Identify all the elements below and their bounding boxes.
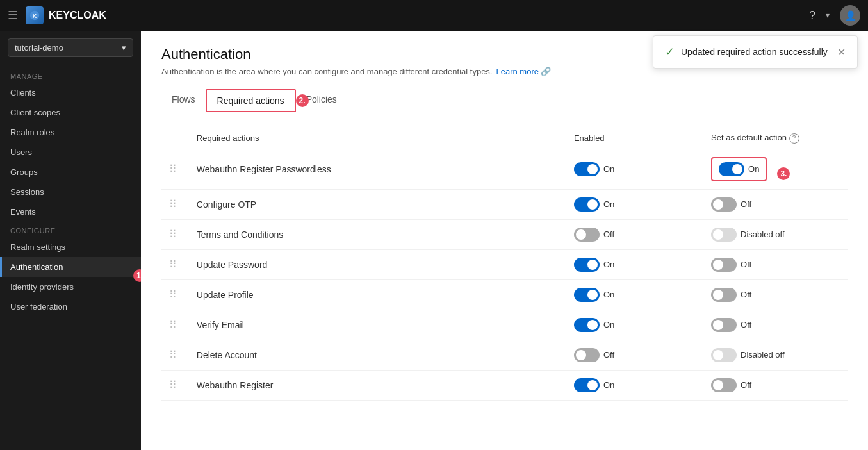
toast-close-button[interactable]: ✕: [837, 46, 846, 58]
drag-handle[interactable]: ⠿: [169, 199, 177, 210]
enabled-toggle-wrapper: On: [574, 378, 696, 392]
drag-handle[interactable]: ⠿: [169, 349, 177, 360]
keycloak-logo-icon: K: [26, 6, 44, 24]
realm-name: tutorial-demo: [15, 43, 63, 53]
enabled-toggle[interactable]: [574, 228, 600, 242]
sidebar: tutorial-demo ▾ Manage Clients Client sc…: [0, 31, 141, 450]
default-label: Off: [741, 320, 751, 329]
default-toggle-wrapper: Off: [711, 288, 840, 302]
sidebar-item-user-federation[interactable]: User federation: [0, 297, 141, 317]
required-actions-table: Required actions Enabled Set as default …: [161, 128, 848, 401]
step-3-badge: 3.: [777, 167, 790, 180]
brand-logo: K KEYCLOAK: [26, 6, 106, 24]
drag-handle[interactable]: ⠿: [169, 163, 177, 174]
sidebar-label-identity-providers: Identity providers: [10, 282, 74, 292]
enabled-toggle-wrapper: On: [574, 258, 696, 272]
sidebar-item-authentication[interactable]: Authentication 1.: [0, 257, 141, 277]
realm-dropdown-arrow: ▾: [122, 43, 126, 53]
hamburger-icon[interactable]: ☰: [8, 8, 18, 22]
enabled-label: On: [603, 290, 614, 299]
default-label: Off: [741, 260, 751, 269]
default-toggle[interactable]: [711, 288, 737, 302]
col-header-default: Set as default action ?: [703, 128, 848, 149]
enabled-toggle[interactable]: [574, 378, 600, 392]
toast-notification: ✓ Updated required action successfully ✕: [653, 35, 858, 69]
avatar[interactable]: 👤: [840, 5, 860, 26]
drag-handle[interactable]: ⠿: [169, 229, 177, 240]
tab-flows[interactable]: Flows: [161, 89, 206, 112]
app-layout: tutorial-demo ▾ Manage Clients Client sc…: [0, 31, 868, 450]
sidebar-label-sessions: Sessions: [10, 187, 44, 197]
sidebar-label-users: Users: [10, 147, 32, 157]
external-link-icon: 🔗: [541, 67, 551, 76]
toast-success-icon: ✓: [665, 45, 675, 59]
default-toggle[interactable]: [711, 318, 737, 332]
default-toggle[interactable]: [711, 197, 737, 212]
enabled-toggle[interactable]: [574, 318, 600, 332]
default-toggle-wrapper: Off: [711, 318, 840, 332]
enabled-toggle-wrapper: On: [574, 318, 696, 332]
sidebar-label-realm-settings: Realm settings: [10, 242, 65, 252]
enabled-toggle-wrapper: Off: [574, 228, 696, 242]
sidebar-label-realm-roles: Realm roles: [10, 128, 54, 137]
enabled-label: On: [603, 380, 614, 390]
sidebar-item-client-scopes[interactable]: Client scopes: [0, 103, 141, 122]
sidebar-item-users[interactable]: Users: [0, 142, 141, 162]
enabled-label: On: [603, 199, 614, 209]
sidebar-item-groups[interactable]: Groups: [0, 162, 141, 182]
sidebar-item-clients[interactable]: Clients: [0, 83, 141, 103]
enabled-toggle[interactable]: [574, 348, 600, 362]
sidebar-label-client-scopes: Client scopes: [10, 108, 60, 117]
table-row: ⠿Verify EmailOnOff: [161, 310, 848, 340]
drag-handle[interactable]: ⠿: [169, 319, 177, 330]
default-label: Off: [741, 380, 751, 390]
navbar: ☰ K KEYCLOAK ? ▾ 👤: [0, 0, 868, 31]
default-toggle-wrapper: Off: [711, 378, 840, 392]
default-label: Off: [741, 290, 751, 299]
svg-text:K: K: [33, 13, 37, 19]
default-toggle[interactable]: [719, 162, 744, 176]
table-row: ⠿Webauthn RegisterOnOff: [161, 370, 848, 400]
help-button[interactable]: ?: [809, 9, 815, 22]
tab-required-actions[interactable]: Required actions 2.: [206, 89, 296, 112]
brand-name: KEYCLOAK: [49, 10, 106, 21]
sidebar-item-identity-providers[interactable]: Identity providers: [0, 277, 141, 297]
drag-handle[interactable]: ⠿: [169, 379, 177, 390]
table-row: ⠿Update PasswordOnOff: [161, 249, 848, 279]
default-toggle-wrapper: Disabled off: [711, 228, 840, 242]
manage-section-label: Manage: [0, 67, 141, 83]
col-header-enabled: Enabled: [566, 128, 703, 149]
default-toggle-wrapper: Disabled off: [711, 348, 840, 362]
enabled-toggle[interactable]: [574, 162, 600, 176]
action-name: Update Profile: [189, 279, 566, 310]
drag-handle[interactable]: ⠿: [169, 259, 177, 270]
sidebar-item-realm-roles[interactable]: Realm roles: [0, 122, 141, 142]
realm-selector[interactable]: tutorial-demo ▾: [8, 38, 133, 57]
sidebar-item-events[interactable]: Events: [0, 202, 141, 222]
enabled-toggle[interactable]: [574, 258, 600, 272]
sidebar-item-realm-settings[interactable]: Realm settings: [0, 237, 141, 257]
action-name: Configure OTP: [189, 189, 566, 219]
table-row: ⠿Delete AccountOffDisabled off: [161, 340, 848, 370]
navbar-dropdown-arrow[interactable]: ▾: [826, 11, 830, 20]
sidebar-item-sessions[interactable]: Sessions: [0, 182, 141, 202]
drag-handle[interactable]: ⠿: [169, 289, 177, 300]
enabled-label: On: [603, 320, 614, 329]
default-label: Disabled off: [741, 229, 784, 239]
sidebar-label-authentication: Authentication: [10, 262, 63, 272]
default-action-help-icon[interactable]: ?: [789, 133, 799, 144]
default-toggle[interactable]: [711, 258, 737, 272]
table-row: ⠿Update ProfileOnOff: [161, 279, 848, 310]
enabled-toggle[interactable]: [574, 197, 600, 212]
enabled-toggle[interactable]: [574, 288, 600, 302]
enabled-toggle-wrapper: On: [574, 197, 696, 212]
enabled-toggle-wrapper: Off: [574, 348, 696, 362]
enabled-toggle-wrapper: On: [574, 162, 696, 176]
action-name: Terms and Conditions: [189, 219, 566, 249]
sidebar-label-groups: Groups: [10, 167, 38, 177]
default-toggle[interactable]: [711, 378, 737, 392]
enabled-label: Off: [603, 350, 614, 360]
learn-more-link[interactable]: Learn more 🔗: [496, 67, 550, 76]
table-row: ⠿Configure OTPOnOff: [161, 189, 848, 219]
default-label: Disabled off: [741, 350, 784, 360]
